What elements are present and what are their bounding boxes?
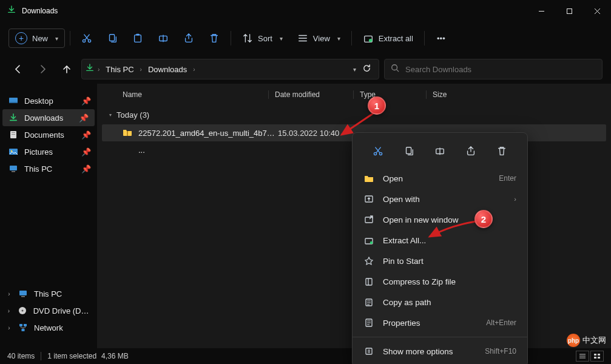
more-button[interactable]: ••• [430,29,453,47]
details-view-button[interactable] [576,351,589,362]
new-label: New [32,34,48,43]
svg-point-22 [21,310,23,312]
maximize-button[interactable] [555,0,583,22]
ctx-properties[interactable]: Properties Alt+Enter [353,312,527,333]
watermark-logo: php [567,334,580,347]
view-button[interactable]: View▾ [291,29,346,47]
ctx-open[interactable]: Open Enter [353,168,527,189]
svg-rect-39 [594,354,596,356]
desktop-icon [8,96,18,106]
ctx-share-button[interactable] [460,140,482,162]
status-size: 4,36 MB [101,352,129,360]
pictures-icon [8,147,18,157]
disc-icon [18,306,27,315]
sort-icon [242,33,253,44]
svg-rect-11 [9,102,18,103]
extract-icon [363,235,374,245]
svg-rect-13 [12,132,15,133]
breadcrumb-downloads[interactable]: Downloads [146,64,189,75]
thumbnails-view-button[interactable] [590,351,604,362]
downloads-icon [86,64,94,75]
svg-point-2 [88,39,90,42]
ctx-open-with[interactable]: Open with › [353,189,527,209]
sidebar-label: This PC [34,289,62,298]
sidebar-item-this-pc-quick[interactable]: This PC 📌 [0,160,97,177]
back-button[interactable] [8,59,28,79]
chevron-down-icon: ▾ [337,35,340,42]
zip-icon [363,277,374,286]
pc-icon [18,289,28,298]
svg-rect-32 [365,217,373,223]
refresh-button[interactable] [362,64,371,75]
extract-all-button[interactable]: Extract all [357,29,419,47]
properties-icon [363,318,374,328]
folder-icon [363,174,374,183]
delete-button[interactable] [203,29,226,47]
breadcrumb-this-pc[interactable]: This PC [103,64,136,75]
sidebar-item-dvd[interactable]: › DVD Drive (D:) CC [0,302,97,319]
ctx-pin-start[interactable]: Pin to Start [353,251,527,271]
copy-button[interactable] [101,29,124,47]
column-name[interactable]: Name [123,90,268,99]
pin-icon: 📌 [81,147,91,157]
file-date: 15.03.2022 10:40 [278,129,363,138]
sidebar-item-downloads[interactable]: Downloads 📌 [2,109,95,126]
sidebar-item-network[interactable]: › Network [0,319,97,336]
close-button[interactable] [583,0,611,22]
sidebar-item-desktop[interactable]: Desktop 📌 [0,92,97,109]
ctx-open-new-window[interactable]: Open in new window [353,209,527,230]
svg-rect-35 [366,278,372,285]
address-bar[interactable]: › This PC › Downloads › ▾ [81,59,379,79]
pin-icon: 📌 [81,130,91,140]
share-button[interactable] [177,29,200,47]
svg-rect-23 [19,324,22,326]
chevron-right-icon: › [6,308,12,314]
sidebar-label: DVD Drive (D:) CC [33,306,91,315]
ctx-rename-button[interactable] [429,140,451,162]
watermark-text: 中文网 [582,335,606,346]
minimize-button[interactable] [527,0,555,22]
group-header-today[interactable]: ▾ Today (3) [97,106,611,124]
sidebar-item-documents[interactable]: Documents 📌 [0,126,97,143]
trash-icon [209,33,220,44]
svg-rect-19 [19,291,27,295]
ctx-compress[interactable]: Compress to Zip file [353,271,527,292]
rename-button[interactable] [152,29,175,47]
window-title: Downloads [22,7,58,15]
svg-rect-25 [22,329,25,331]
search-box[interactable] [384,59,603,79]
ctx-label: Properties [383,318,420,328]
ctx-copy-button[interactable] [398,140,420,162]
new-button[interactable]: + New ▾ [8,29,65,48]
ctx-show-more[interactable]: Show more options Shift+F10 [353,341,527,362]
ctx-cut-button[interactable] [367,140,389,162]
ctx-extract-all[interactable]: Extract All... [353,230,527,251]
column-size[interactable]: Size [426,90,487,99]
forward-button[interactable] [33,59,52,79]
pin-icon [363,256,374,266]
extract-all-label: Extract all [379,34,413,43]
ctx-copy-path[interactable]: Copy as path [353,292,527,312]
sidebar-item-this-pc[interactable]: › This PC [0,285,97,302]
chevron-down-icon: ▾ [55,35,58,42]
extract-icon [363,33,374,44]
sidebar-item-pictures[interactable]: Pictures 📌 [0,143,97,160]
plus-icon: + [15,32,27,44]
pin-icon: 📌 [81,164,91,174]
column-type[interactable]: Type [353,90,426,99]
sort-button[interactable]: Sort▾ [236,29,289,47]
new-window-icon [363,215,374,224]
downloads-icon [7,5,16,16]
chevron-down-icon[interactable]: ▾ [353,66,356,73]
paste-button[interactable] [126,29,149,47]
ctx-shortcut: Alt+Enter [486,318,516,327]
search-input[interactable] [405,65,596,74]
ctx-shortcut: Shift+F10 [485,347,516,356]
separator [231,31,231,46]
cut-button[interactable] [75,29,98,47]
group-label: Today (3) [116,110,149,120]
separator [70,31,70,46]
column-date[interactable]: Date modified [268,90,353,99]
ctx-delete-button[interactable] [491,140,513,162]
up-button[interactable] [57,59,76,79]
